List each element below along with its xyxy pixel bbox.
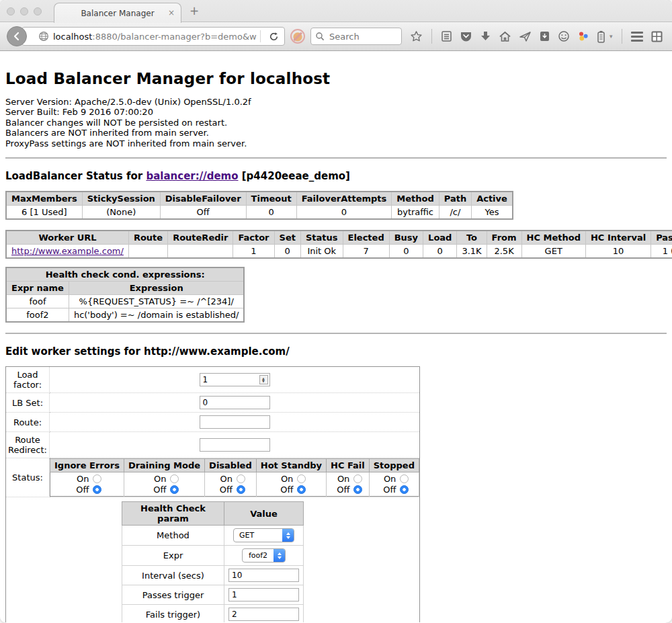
column-header: RouteRedir xyxy=(168,231,233,245)
column-header: Passes xyxy=(651,231,672,245)
chevron-down-icon[interactable]: ▾ xyxy=(610,33,613,40)
route-redirect-label: Route Redirect: xyxy=(6,432,50,458)
table-row: foof %{REQUEST_STATUS} =~ /^[234]/ xyxy=(6,295,244,308)
column-header: Method xyxy=(392,192,439,206)
stopped-off-radio[interactable] xyxy=(400,485,409,494)
hc-expr-select[interactable]: foof2 xyxy=(242,548,286,563)
radio-off-label: Off xyxy=(220,485,233,495)
cell-busy: 0 xyxy=(389,245,423,259)
column-header: To xyxy=(457,231,487,245)
disabled-on-radio[interactable] xyxy=(237,474,245,483)
reload-button[interactable] xyxy=(263,32,284,42)
column-header: DisableFailover xyxy=(160,192,246,206)
edit-worker-form: Load factor: ▲▼ LB Set: Route: Route Red… xyxy=(5,366,420,622)
column-header: From xyxy=(487,231,521,245)
column-header: Route xyxy=(128,231,167,245)
reading-list-icon[interactable] xyxy=(441,30,452,42)
bookmark-star-icon[interactable] xyxy=(410,30,423,43)
column-header: Factor xyxy=(233,231,274,245)
stopped-on-radio[interactable] xyxy=(400,474,409,483)
search-input[interactable] xyxy=(328,31,388,42)
hc-passes-label: Passes trigger xyxy=(122,585,224,605)
hot-standby-on-radio[interactable] xyxy=(297,474,306,483)
server-version-line: Server Version: Apache/2.5.0-dev (Unix) … xyxy=(5,97,251,107)
menu-icon[interactable] xyxy=(631,32,643,42)
grid-panel-icon[interactable] xyxy=(650,30,663,43)
column-header: Hot Standby xyxy=(256,459,326,472)
persist-notice-line: Balancer changes will NOT be persisted o… xyxy=(5,118,227,128)
number-spinner-icon[interactable]: ▲▼ xyxy=(259,375,268,384)
hc-expressions-table: Health check cond. expressions: Expr nam… xyxy=(5,267,245,323)
hc-expr-selected-value: foof2 xyxy=(243,549,274,562)
new-tab-button[interactable]: + xyxy=(190,5,199,17)
column-header: Ignore Errors xyxy=(50,459,124,472)
cell-from: 2.5K xyxy=(487,245,521,259)
edit-worker-heading: Edit worker settings for http://www.exam… xyxy=(5,345,667,358)
globe-icon xyxy=(38,31,49,42)
ignore-errors-off-radio[interactable] xyxy=(93,485,101,494)
toolbar-separator xyxy=(622,29,622,44)
close-window-button[interactable] xyxy=(7,7,15,15)
disabled-off-radio[interactable] xyxy=(237,485,245,494)
cell-maxmembers: 6 [1 Used] xyxy=(6,206,82,220)
hc-interval-input[interactable] xyxy=(228,569,299,582)
color-dots-icon[interactable] xyxy=(577,30,589,42)
radio-on-label: On xyxy=(77,474,89,484)
url-path: :8880/balancer-manager?b=demo&w=http://w… xyxy=(92,32,257,42)
column-header: HC Method xyxy=(521,231,585,245)
hc-expr-label: Expr xyxy=(122,546,224,566)
cell-status: Init Ok xyxy=(300,245,343,259)
hc-method-select[interactable]: GET xyxy=(233,528,294,542)
plugin-blocked-icon[interactable] xyxy=(290,29,305,44)
tab-balancer-manager[interactable]: Balancer Manager × xyxy=(54,3,181,23)
tab-close-icon[interactable]: × xyxy=(168,8,175,17)
cell-method: bytraffic xyxy=(392,206,439,220)
hc-passes-input[interactable] xyxy=(228,588,299,601)
lb-set-label: LB Set: xyxy=(6,393,50,413)
url-bar[interactable]: localhost:8880/balancer-manager?b=demo&w… xyxy=(22,27,285,46)
worker-url-link[interactable]: http://www.example.com/ xyxy=(11,246,124,256)
column-header: Active xyxy=(472,192,513,206)
smiley-icon[interactable] xyxy=(558,30,570,42)
hot-standby-off-radio[interactable] xyxy=(297,485,306,494)
cell-expression: hc('body') =~ /domain is established/ xyxy=(69,308,244,323)
hc-fail-on-radio[interactable] xyxy=(353,474,362,483)
hc-fails-input[interactable] xyxy=(228,608,299,621)
lb-set-input[interactable] xyxy=(200,396,270,409)
column-header: Worker URL xyxy=(6,231,128,245)
status-table: Ignore Errors Draining Mode Disabled Hot… xyxy=(50,458,419,497)
zoom-window-button[interactable] xyxy=(34,7,42,15)
route-redirect-input[interactable] xyxy=(200,438,270,452)
paper-plane-icon[interactable] xyxy=(519,30,532,42)
ignore-errors-on-radio[interactable] xyxy=(93,474,101,483)
home-icon[interactable] xyxy=(499,30,511,42)
minimize-window-button[interactable] xyxy=(20,7,28,15)
hc-fails-label: Fails trigger) xyxy=(122,605,224,622)
cell-path: /c/ xyxy=(439,206,471,220)
hc-fail-off-radio[interactable] xyxy=(353,485,362,494)
draining-mode-off-radio[interactable] xyxy=(170,485,179,494)
cell-disablefailover: Off xyxy=(160,206,246,220)
select-stepper-icon xyxy=(282,529,294,542)
hc-method-selected-value: GET xyxy=(234,529,282,542)
balancer-demo-link[interactable]: balancer://demo xyxy=(146,170,238,182)
status-label: Status: xyxy=(6,458,50,497)
downloads-icon[interactable] xyxy=(480,30,491,42)
url-domain: localhost xyxy=(53,32,92,42)
radio-on-label: On xyxy=(220,474,232,484)
battery-icon[interactable] xyxy=(597,30,605,43)
draining-mode-on-radio[interactable] xyxy=(170,474,179,483)
pocket-icon[interactable] xyxy=(460,30,472,42)
url-text: localhost:8880/balancer-manager?b=demo&w… xyxy=(53,32,257,42)
column-header: Stopped xyxy=(369,459,419,472)
search-bar[interactable] xyxy=(310,28,402,45)
cell-active: Yes xyxy=(472,206,513,220)
route-input[interactable] xyxy=(200,415,270,429)
server-built-line: Server Built: Feb 9 2016 07:00:20 xyxy=(5,107,153,117)
cell-routeredir xyxy=(168,245,233,259)
back-button[interactable] xyxy=(7,26,27,46)
lb-status-heading: LoadBalancer Status for balancer://demo … xyxy=(5,170,667,182)
cell-timeout: 0 xyxy=(246,206,296,220)
download-box-icon[interactable] xyxy=(539,30,550,42)
column-header: Timeout xyxy=(246,192,296,206)
